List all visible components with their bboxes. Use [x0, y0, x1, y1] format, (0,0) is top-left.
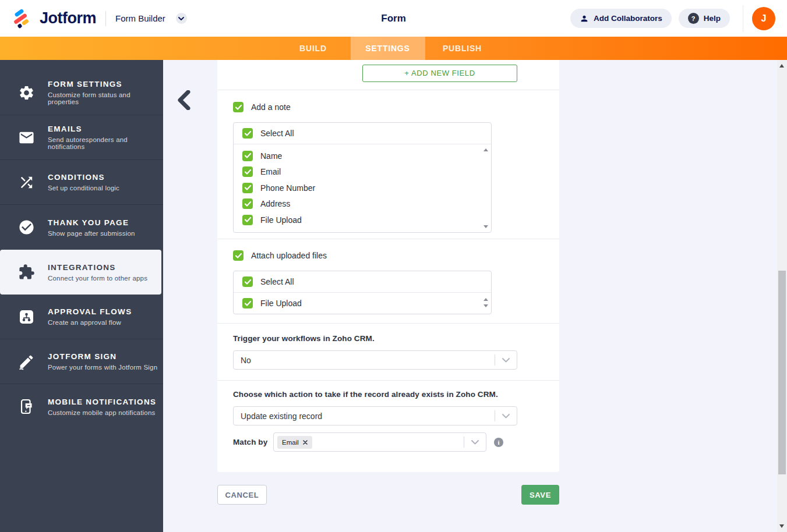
- note-select-all-label: Select All: [260, 129, 294, 138]
- sidebar-item-title: EMAILS: [48, 125, 163, 133]
- scrollbar-up-icon[interactable]: [779, 64, 784, 68]
- sidebar-item-integrations[interactable]: INTEGRATIONS Connect your form to other …: [0, 250, 161, 295]
- tag-remove-icon[interactable]: [303, 440, 308, 445]
- field-checkbox[interactable]: [242, 166, 253, 177]
- add-a-note-row: Add a note: [233, 102, 517, 112]
- record-action-select[interactable]: Update existing record: [233, 406, 517, 425]
- list-item: Address: [234, 196, 491, 212]
- add-collaborators-label: Add Collaborators: [594, 14, 662, 23]
- trigger-workflows-label: Trigger your workflows in Zoho CRM.: [233, 334, 517, 343]
- help-button[interactable]: ? Help: [679, 9, 730, 28]
- add-a-note-checkbox[interactable]: [233, 102, 243, 112]
- dropdown-separator: [495, 410, 495, 421]
- add-collaborators-button[interactable]: Add Collaborators: [570, 9, 672, 28]
- sidebar-item-text: JOTFORM SIGN Power your forms with Jotfo…: [48, 352, 157, 371]
- help-icon: ?: [688, 13, 699, 24]
- dropdown-right: [495, 407, 517, 425]
- brand-name[interactable]: Jotform: [40, 9, 96, 27]
- sidebar-item-conditions[interactable]: CONDITIONS Set up conditional logic: [0, 160, 163, 205]
- note-fields-list: Name Email Phone Number Address: [234, 144, 491, 232]
- back-chevron-icon[interactable]: [177, 90, 191, 112]
- attach-files-row: Attach uploaded files: [233, 250, 517, 261]
- sidebar-item-form-settings[interactable]: FORM SETTINGS Customize form status and …: [0, 70, 163, 115]
- attach-select-all-label: Select All: [260, 277, 294, 286]
- sidebar-item-title: MOBILE NOTIFICATIONS: [48, 398, 156, 406]
- chevron-down-icon: [502, 358, 510, 363]
- field-checkbox[interactable]: [242, 198, 253, 209]
- sidebar-item-title: FORM SETTINGS: [48, 80, 163, 88]
- tab-settings[interactable]: SETTINGS: [351, 37, 425, 60]
- sidebar-item-title: JOTFORM SIGN: [48, 352, 157, 361]
- field-checkbox[interactable]: [242, 298, 253, 308]
- note-select-all-checkbox[interactable]: [242, 128, 253, 139]
- section-add-field: + ADD NEW FIELD: [217, 60, 559, 90]
- field-checkbox[interactable]: [242, 151, 253, 161]
- field-label: Address: [260, 199, 290, 208]
- product-name[interactable]: Form Builder: [115, 13, 165, 23]
- header-actions: Add Collaborators ? Help J: [570, 0, 775, 37]
- sidebar-item-thank-you-page[interactable]: THANK YOU PAGE Show page after submissio…: [0, 205, 163, 250]
- section-add-note: Add a note Select All Name: [217, 90, 559, 239]
- envelope-icon: [18, 129, 35, 146]
- jotform-logo-icon[interactable]: [10, 8, 33, 30]
- field-label: File Upload: [260, 215, 302, 225]
- integration-config-panel: + ADD NEW FIELD Add a note Select All: [217, 60, 559, 472]
- brand-group: Jotform Form Builder: [0, 8, 187, 30]
- attach-files-label: Attach uploaded files: [251, 251, 327, 260]
- sidebar-item-jotform-sign[interactable]: JOTFORM SIGN Power your forms with Jotfo…: [0, 339, 163, 384]
- settings-sidebar: FORM SETTINGS Customize form status and …: [0, 60, 163, 532]
- info-icon[interactable]: i: [494, 438, 503, 447]
- sidebar-item-emails[interactable]: EMAILS Send autoresponders and notificat…: [0, 115, 163, 160]
- tab-publish[interactable]: PUBLISH: [425, 37, 500, 60]
- shuffle-icon: [18, 174, 35, 191]
- sign-pen-icon: [18, 353, 35, 370]
- scroll-up-icon[interactable]: [484, 298, 488, 301]
- list-item: File Upload: [234, 293, 491, 314]
- match-by-select[interactable]: Email: [273, 432, 486, 452]
- record-action-value: Update existing record: [241, 412, 322, 421]
- tab-build[interactable]: BUILD: [276, 37, 351, 60]
- list-item: Email: [234, 164, 491, 180]
- person-icon: [580, 14, 589, 23]
- list-item: Name: [234, 148, 491, 164]
- trigger-workflows-value: No: [241, 356, 251, 365]
- gear-icon: [18, 84, 35, 101]
- sidebar-item-approval-flows[interactable]: APPROVAL FLOWS Create an approval flow: [0, 295, 163, 339]
- trigger-workflows-select[interactable]: No: [233, 350, 517, 370]
- sidebar-item-subtitle: Customize form status and properties: [48, 91, 163, 105]
- match-by-row: Match by Email i: [233, 432, 517, 452]
- mobile-notification-icon: [18, 398, 35, 415]
- sidebar-item-title: APPROVAL FLOWS: [48, 307, 132, 316]
- dropdown-separator: [495, 354, 495, 366]
- scrollbar-down-icon[interactable]: [779, 524, 784, 528]
- scroll-up-icon[interactable]: [484, 148, 488, 151]
- field-checkbox[interactable]: [242, 215, 253, 225]
- cancel-button[interactable]: CANCEL: [217, 485, 267, 505]
- sidebar-item-subtitle: Connect your form to other apps: [48, 275, 147, 282]
- note-select-all-row: Select All: [234, 123, 491, 144]
- integration-settings-content: + ADD NEW FIELD Add a note Select All: [163, 60, 777, 532]
- scroll-down-icon[interactable]: [484, 304, 488, 307]
- add-new-field-button[interactable]: + ADD NEW FIELD: [362, 65, 517, 82]
- app-header: Jotform Form Builder Form Add Collaborat…: [0, 0, 787, 37]
- avatar[interactable]: J: [752, 7, 775, 30]
- save-button[interactable]: SAVE: [521, 485, 559, 505]
- page-scrollbar[interactable]: [777, 60, 787, 532]
- scrollbar-thumb[interactable]: [778, 271, 786, 474]
- sidebar-item-title: INTEGRATIONS: [48, 263, 147, 272]
- sidebar-item-subtitle: Customize mobile app notifications: [48, 409, 156, 416]
- scroll-down-icon[interactable]: [484, 225, 488, 228]
- add-a-note-label: Add a note: [251, 102, 291, 112]
- product-chevron-down-icon[interactable]: [176, 13, 187, 24]
- sidebar-item-subtitle: Create an approval flow: [48, 319, 132, 326]
- sidebar-item-mobile-notifications[interactable]: MOBILE NOTIFICATIONS Customize mobile ap…: [0, 384, 163, 429]
- check-circle-icon: [18, 219, 35, 236]
- attach-files-checkbox[interactable]: [233, 250, 243, 261]
- help-label: Help: [704, 14, 721, 23]
- field-checkbox[interactable]: [242, 183, 253, 193]
- attach-select-all-row: Select All: [234, 271, 491, 293]
- sidebar-item-text: EMAILS Send autoresponders and notificat…: [48, 125, 163, 150]
- dropdown-right: [495, 351, 517, 369]
- attach-select-all-checkbox[interactable]: [242, 276, 253, 287]
- sidebar-item-text: FORM SETTINGS Customize form status and …: [48, 80, 163, 105]
